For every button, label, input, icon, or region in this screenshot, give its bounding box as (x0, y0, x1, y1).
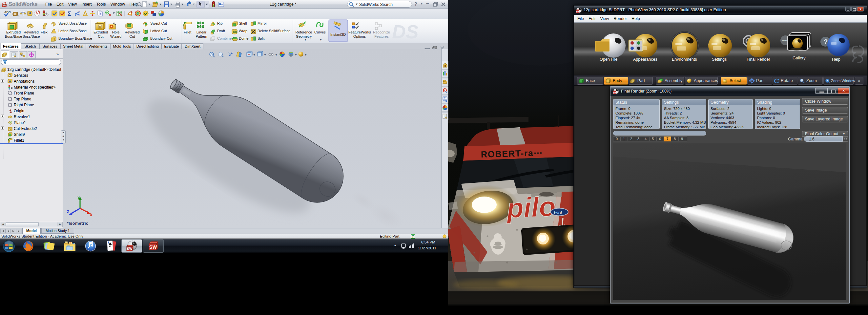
svg-text:12g cartridge (Default<<Defau: 12g cartridge (Default<<Defaul (7, 67, 61, 72)
svg-text:Annotations: Annotations (14, 79, 34, 84)
svg-text:Material <not specified>: Material <not specified> (14, 85, 56, 90)
svg-text:GO: GO (233, 31, 237, 33)
svg-text:Origin: Origin (14, 108, 24, 113)
svg-text:Shell9: Shell9 (14, 132, 25, 137)
svg-text:S: S (149, 245, 152, 250)
svg-text:ROBERT-ra⋯: ROBERT-ra⋯ (480, 148, 543, 159)
svg-text:Sensors: Sensors (14, 73, 28, 78)
svg-text:Plane1: Plane1 (14, 120, 26, 125)
svg-text:W: W (129, 247, 132, 251)
svg-text:?: ? (824, 38, 828, 45)
svg-text:Z: Z (67, 210, 69, 214)
svg-text:Fillet1: Fillet1 (14, 138, 24, 143)
svg-text:SW: SW (614, 92, 617, 94)
svg-text:Front Plane: Front Plane (14, 91, 34, 95)
svg-text:Y: Y (78, 196, 80, 200)
svg-text:A: A (9, 80, 11, 83)
svg-text:Top Plane: Top Plane (14, 97, 31, 101)
svg-text:S: S (127, 247, 129, 251)
svg-text:?: ? (100, 13, 101, 16)
svg-text:Revolve1: Revolve1 (14, 115, 30, 119)
svg-text:Cut-Extrude2: Cut-Extrude2 (14, 126, 37, 131)
svg-text:X: X (90, 213, 93, 216)
svg-text:Σ: Σ (68, 10, 71, 17)
svg-text:W: W (153, 245, 157, 250)
svg-text:SW: SW (577, 11, 580, 13)
svg-text:Ford: Ford (553, 210, 562, 215)
svg-text:Right Plane: Right Plane (14, 103, 34, 107)
svg-text:SW: SW (3, 4, 7, 6)
svg-text:pilo: pilo (505, 191, 556, 224)
